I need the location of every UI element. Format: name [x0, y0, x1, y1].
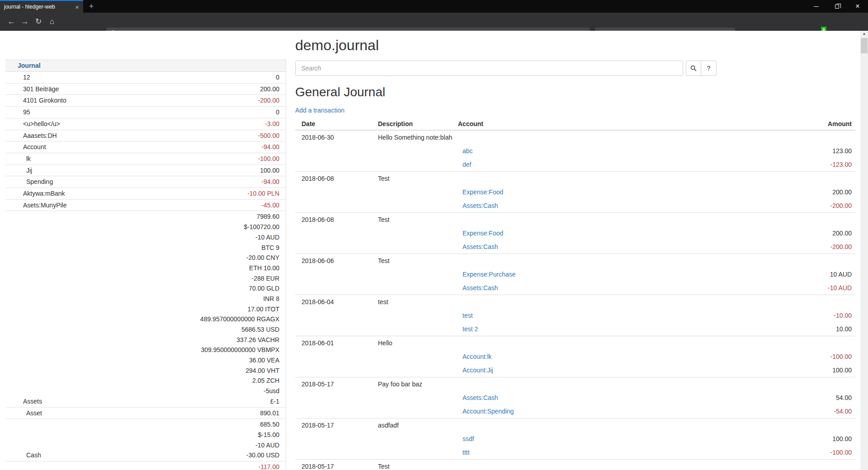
posting-row: test 210.00	[295, 322, 855, 336]
window-close-button[interactable]: ×	[847, 0, 868, 13]
transaction-date: 2018-06-08	[295, 172, 378, 185]
page-scrollbar[interactable]: ▲	[860, 31, 868, 470]
sidebar-account-balance: 890.01	[260, 408, 286, 418]
balance-amount: 309.950000000000 VBMPX	[200, 345, 279, 355]
transaction-date: 2018-06-01	[295, 336, 378, 350]
transaction-description: test	[378, 295, 458, 309]
sidebar-account-name[interactable]: 95	[5, 107, 276, 118]
transaction-description: Pay foo bar baz	[378, 377, 458, 391]
posting-account-link[interactable]: test	[458, 309, 792, 322]
balance-amount: 36.00 VEA	[200, 355, 279, 366]
balance-amount: -10.00 PLN	[247, 188, 279, 199]
sidebar-account-row: Account-94.00	[5, 141, 286, 153]
sidebar-account-row: Aaasets:DH-500.00	[5, 130, 286, 142]
posting-account-link[interactable]: ssdf	[458, 432, 792, 446]
balance-amount: 337.26 VACHR	[200, 335, 279, 345]
transaction-row: 2018-06-08TestExpense:Food200.00Assets:C…	[295, 172, 855, 213]
browser-tab-active[interactable]: journal - hledger-web ×	[0, 0, 83, 13]
posting-account-link[interactable]: Expense:Purchase	[458, 268, 792, 281]
balance-amount: 294.00 VHT	[200, 366, 279, 376]
window-minimize-button[interactable]	[806, 0, 826, 13]
sidebar-account-row: Spending-94.00	[5, 176, 286, 188]
transactions: 2018-06-30Hello Something note:blahabc12…	[295, 131, 855, 470]
transaction-description: Test	[378, 213, 458, 226]
journal-table: Date Description Account Amount 2018-06-…	[295, 118, 855, 470]
balance-amount: -10 AUD	[200, 232, 279, 243]
add-transaction-link[interactable]: Add a transaction	[295, 107, 344, 114]
reload-button[interactable]: ↻	[33, 16, 44, 27]
posting-account-link[interactable]: Account:Jij	[458, 363, 792, 377]
posting-amount: -100.00	[792, 446, 855, 459]
transaction-description: Hello Something note:blah	[378, 131, 458, 144]
balance-amount: INR 8	[200, 294, 279, 304]
page-content: ▲ Journal 120301 Beiträge200.004101 Giro…	[0, 31, 868, 470]
balance-amount: -100.00	[258, 154, 279, 164]
sidebar-account-row: Jij100.00	[5, 165, 286, 177]
posting-account-link[interactable]: test 2	[458, 322, 792, 336]
sidebar-account-name[interactable]: 301 Beiträge	[5, 84, 260, 94]
window-restore-button[interactable]	[826, 0, 847, 13]
journal-table-header: Date Description Account Amount	[295, 118, 855, 131]
search-help-button[interactable]: ?	[701, 61, 717, 76]
sidebar-account-name[interactable]: 4101 Girokonto	[5, 95, 258, 106]
posting-account-link[interactable]: Expense:Food	[458, 226, 792, 240]
balance-amount: 5686.53 USD	[200, 324, 279, 335]
sidebar-account-name[interactable]: Aaasets:DH	[5, 131, 258, 141]
scrollbar-thumb[interactable]	[861, 38, 868, 53]
home-button[interactable]: ⌂	[46, 16, 58, 27]
sidebar-account-name[interactable]: Cash	[5, 450, 246, 461]
sidebar-account-name[interactable]: lk	[5, 154, 258, 164]
posting-account-link[interactable]: Account:lk	[458, 350, 792, 363]
scrollbar-up-icon[interactable]: ▲	[860, 32, 868, 36]
balance-amount: $-100720.00	[200, 222, 279, 232]
posting-row: Assets:Cash-200.00	[295, 199, 855, 212]
posting-row: Assets:Cash54.00	[295, 391, 855, 404]
new-tab-button[interactable]: +	[86, 1, 97, 12]
journal-search-button[interactable]	[686, 61, 701, 76]
sidebar-account-name[interactable]: Account	[5, 142, 261, 152]
posting-account-link[interactable]: Account:Spending	[458, 404, 792, 418]
posting-amount: 123.00	[792, 144, 855, 158]
balance-amount: 2.05 ZCH	[200, 376, 279, 386]
sidebar-account-name[interactable]: 12	[5, 72, 276, 83]
balance-amount: -30.00 USD	[246, 450, 279, 461]
posting-account-link[interactable]: Assets:Cash	[458, 391, 792, 404]
posting-account-link[interactable]: def	[458, 158, 792, 171]
sidebar-account-name[interactable]: Aktywa:mBank	[5, 188, 247, 199]
posting-account-link[interactable]: abc	[458, 144, 792, 158]
posting-row: Assets:Cash-10 AUD	[295, 281, 855, 295]
sidebar-account-name[interactable]: Asets:MunyPile	[5, 200, 261, 211]
sidebar-journal-link[interactable]: Journal	[18, 62, 41, 69]
back-button[interactable]: ←	[5, 16, 17, 27]
sidebar-account-name[interactable]: Spending	[5, 177, 261, 187]
sidebar-account-name[interactable]: Assets	[5, 396, 200, 407]
sidebar-account-balance: -10.00 PLN	[247, 188, 286, 199]
posting-account-link[interactable]: Expense:Food	[458, 185, 792, 199]
restore-icon	[835, 5, 839, 9]
posting-account-link[interactable]: tttt	[458, 446, 792, 459]
header-description: Description	[378, 118, 458, 130]
sidebar-account-balance: 685.50$-15.00-10 AUD-30.00 USD	[246, 419, 286, 461]
close-icon: ×	[855, 3, 859, 10]
balance-amount: 489.957000000000 RGAGX	[200, 314, 279, 324]
sidebar-account-row: 4101 Girokonto-200.00	[5, 95, 286, 107]
balance-amount: -5usd	[200, 386, 279, 396]
sidebar-account-name[interactable]: <u>hello</u>	[5, 119, 265, 129]
sidebar-account-name[interactable]: Asset	[5, 408, 260, 418]
accounts-sidebar: Journal 120301 Beiträge200.004101 Giroko…	[5, 60, 286, 470]
sidebar-account-name[interactable]: Jij	[5, 165, 260, 176]
posting-account-link[interactable]: Assets:Cash	[458, 240, 792, 254]
transaction-date: 2018-06-30	[295, 131, 378, 144]
transaction-row: 2018-05-17asdfadfssdf100.00tttt-100.00	[295, 418, 855, 460]
transaction-date: 2018-06-04	[295, 295, 378, 309]
balance-amount: -200.00	[258, 95, 279, 106]
posting-account-link[interactable]: Assets:Cash	[458, 199, 792, 212]
tab-close-icon[interactable]: ×	[74, 4, 80, 10]
balance-amount: BTC 9	[200, 243, 279, 253]
posting-account-link[interactable]: Assets:Cash	[458, 281, 792, 295]
forward-button[interactable]: →	[19, 16, 31, 27]
journal-search-input[interactable]	[295, 61, 683, 76]
sidebar-account-balance: 0	[276, 72, 286, 83]
balance-amount: 685.50	[246, 419, 279, 430]
transaction-row: 2018-06-30Hello Something note:blahabc12…	[295, 131, 855, 172]
